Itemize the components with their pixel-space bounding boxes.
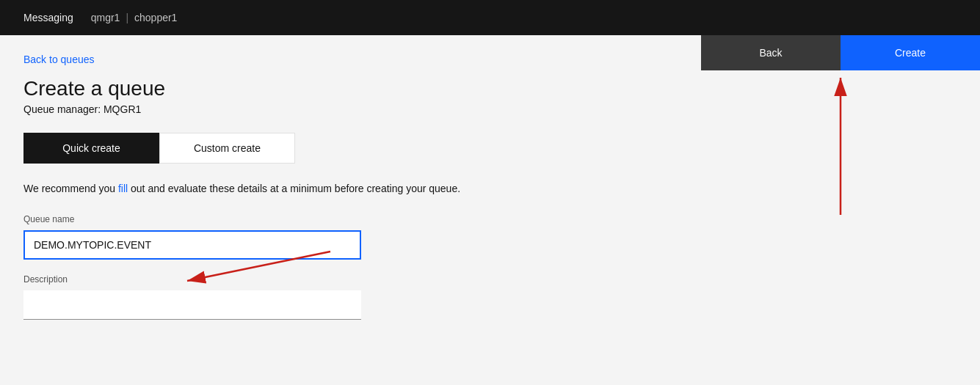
recommendation-before: We recommend you <box>23 183 118 194</box>
recommendation-highlight: fill <box>118 183 128 194</box>
content-area: Back to queues Create a queue Queue mana… <box>0 35 980 385</box>
create-button[interactable]: Create <box>841 35 980 70</box>
tab-quick-create[interactable]: Quick create <box>23 133 159 164</box>
description-group: Description <box>23 274 361 320</box>
page-title: Create a queue <box>23 77 957 100</box>
description-input[interactable] <box>23 290 361 320</box>
queue-name-input[interactable] <box>23 230 361 260</box>
back-to-queues-link[interactable]: Back to queues <box>23 54 95 65</box>
main-content: Back to queues Create a queue Queue mana… <box>0 35 980 385</box>
nav-qmgr1[interactable]: qmgr1 <box>85 0 126 35</box>
recommendation-text: We recommend you fill out and evaluate t… <box>23 181 493 197</box>
top-navigation: Messaging qmgr1 | chopper1 <box>0 0 980 35</box>
tab-group: Quick create Custom create <box>23 133 957 164</box>
description-label: Description <box>23 274 361 285</box>
nav-messaging[interactable]: Messaging <box>12 0 85 35</box>
action-panel: Back Create <box>701 35 980 70</box>
back-button[interactable]: Back <box>701 35 841 70</box>
nav-chopper1[interactable]: chopper1 <box>128 0 183 35</box>
queue-name-group: Queue name <box>23 214 361 260</box>
tab-custom-create[interactable]: Custom create <box>159 133 295 164</box>
page-subtitle: Queue manager: MQGR1 <box>23 103 957 115</box>
queue-name-label: Queue name <box>23 214 361 224</box>
recommendation-after: out and evaluate these details at a mini… <box>128 183 460 194</box>
